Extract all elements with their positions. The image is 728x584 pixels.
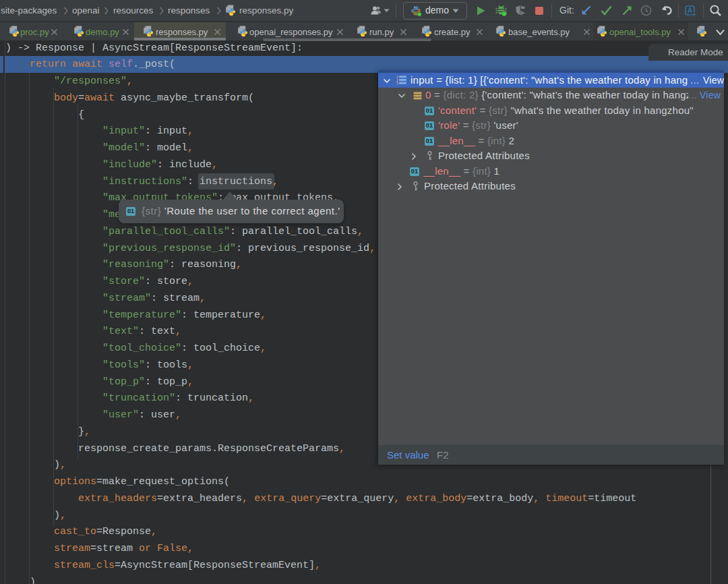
svg-text:3: 3 — [396, 81, 398, 85]
